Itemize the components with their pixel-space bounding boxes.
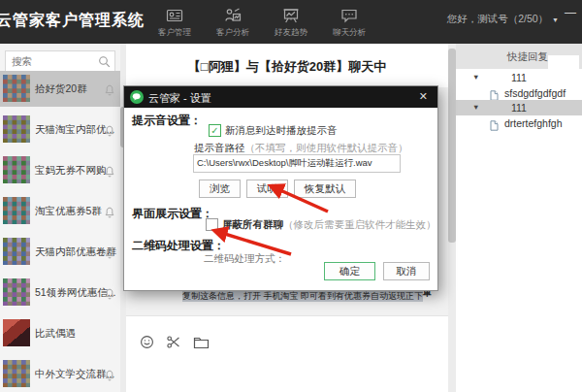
account-label: 您好，测试号（2/50） [447,13,548,26]
mute-bell-icon[interactable] [104,205,115,222]
group-avatar [3,197,30,224]
sound-section-label: 提示音设置： [132,113,202,129]
browse-button[interactable]: 浏览 [199,180,241,198]
topbar-nav: 客户管理 客户分析 好友趋势 聊天分析 [146,0,378,44]
dialog-titlebar[interactable]: 云管家 - 设置 ✕ [124,86,437,108]
chat-scrollbar-thumb[interactable] [448,49,456,243]
sound-path-hint: （不填写，则使用软件默认提示音） [245,142,408,153]
quick-reply-tree: ▼ 111 sfsdgdfgdfgdf ▼ 111 drtertefghfgh [456,70,582,130]
group-avatar [3,278,30,306]
expand-triangle-icon[interactable]: ▼ [472,73,479,82]
sound-checkbox-label: 新消息到达时播放提示音 [225,124,338,138]
chevron-down-icon: ▼ [552,16,559,23]
topbar-nav-item[interactable]: 聊天分析 [320,0,378,44]
settings-dialog: 云管家 - 设置 ✕ 提示音设置： 新消息到达时播放提示音 提示音路径（不填写，… [123,85,438,291]
chat-list-item[interactable]: 拾好货20群 [0,71,120,107]
chat-name: 中外文学交流群... [35,368,114,381]
chat-list-item[interactable]: 中外文学交流群... [0,356,120,392]
group-avatar [3,238,30,265]
sound-path-label: 提示音路径（不填写，则使用软件默认提示音） [194,142,408,155]
restore-default-button[interactable]: 恢复默认 [294,180,356,198]
topbar-nav-item[interactable]: 好友趋势 [262,0,320,44]
app-logo-icon [130,90,144,108]
chat-list-item[interactable]: 比武偶遇 [0,315,120,351]
customer-analysis-icon [223,6,242,25]
search-input[interactable] [6,55,97,67]
quick-reply-group-label: 111 [511,102,527,114]
friend-trend-icon [281,6,301,25]
sound-path-input[interactable] [193,154,401,173]
display-section-label: 界面展示设置： [132,206,213,222]
chat-header-title: 【□阿狸】与【拾好货20群】聊天中 [126,58,448,76]
group-avatar [3,156,30,183]
quick-reply-group-label: 111 [511,72,527,83]
file-folder-icon[interactable] [193,335,210,349]
chat-list-item[interactable]: 天猫内部优惠卷群 [0,234,120,270]
quick-reply-header-notch [548,55,579,69]
message-input-area[interactable] [126,315,448,392]
chat-list-item[interactable]: 宝妈无券不网购 [0,152,120,188]
sound-checkbox[interactable] [209,124,221,137]
selected-message[interactable]: 复制这条信息，打开 手机淘宝 即可看到有优惠券自动返现正下单 [182,290,432,303]
quick-reply-panel: 快捷回复 ▼ 111 sfsdgdfgdfgdf ▼ 111 drtertefg… [456,44,582,392]
search-icon[interactable] [98,55,111,68]
chat-analysis-icon [340,6,359,25]
search-box [5,50,115,72]
chat-name: 宝妈无券不网购 [35,164,107,178]
dialog-title: 云管家 - 设置 [148,91,211,106]
screenshot-scissors-icon[interactable] [166,335,181,349]
input-toolbar [140,335,210,349]
quick-reply-header[interactable]: 快捷回复 [456,44,582,69]
chat-name: 天猫淘宝内部优... [35,123,114,137]
chat-name: 拾好货20群 [35,82,87,96]
topbar-nav-label: 好友趋势 [275,27,307,39]
account-menu[interactable]: 您好，测试号（2/50） ▼ [447,13,559,26]
hide-groups-checkbox[interactable] [206,218,218,231]
quick-reply-item-label: drtertefghfgh [504,117,563,129]
chat-header: 【□阿狸】与【拾好货20群】聊天中 [126,44,448,87]
quick-reply-tab[interactable]: 快捷回复 [507,50,548,64]
cancel-button[interactable]: 取消 [383,262,430,280]
quick-reply-group[interactable]: ▼ 111 [456,100,582,115]
customer-manage-icon [165,6,184,25]
group-avatar [3,75,30,102]
chat-scrollbar[interactable] [448,44,456,392]
group-avatar [3,360,30,387]
chat-name: 淘宝优惠券5群 [35,205,102,218]
play-test-button[interactable]: 试听 [246,180,288,198]
mute-bell-icon[interactable] [104,245,115,263]
document-icon [490,117,499,135]
mute-bell-icon[interactable] [104,286,115,304]
chat-list-item[interactable]: 淘宝优惠券5群 [0,193,120,229]
chat-list-item[interactable]: 51领券网优惠信... [0,275,120,310]
qrcode-mode-label: 二维码处理方式： [204,252,285,266]
topbar-nav-label: 客户管理 [158,27,191,39]
topbar-nav-item[interactable]: 客户分析 [204,0,262,44]
chat-name: 比武偶遇 [35,327,76,341]
mute-bell-icon[interactable] [104,82,115,100]
quick-reply-item-label: sfsdgdfgdfgdf [504,87,566,99]
quick-reply-group[interactable]: ▼ 111 [456,70,582,85]
minimize-button[interactable]: — [565,6,576,19]
app-title: 云管家客户管理系统 [0,11,145,31]
quick-reply-item[interactable]: sfsdgdfgdfgdf [456,85,582,101]
close-icon[interactable]: ✕ [419,90,428,103]
expand-triangle-icon[interactable]: ▼ [472,103,479,112]
topbar-nav-item[interactable]: 客户管理 [146,0,204,44]
quick-reply-item[interactable]: drtertefghfgh [456,115,582,131]
topbar-nav-label: 聊天分析 [333,27,366,39]
ok-button[interactable]: 确定 [324,262,375,280]
group-avatar [3,319,30,346]
emoji-icon[interactable] [140,335,154,349]
hide-groups-label: 屏蔽所有群聊（修改后需要重启软件才能生效） [222,218,436,232]
mute-bell-icon[interactable] [104,368,115,385]
mute-bell-icon[interactable] [104,123,115,141]
chat-list-item[interactable]: 天猫淘宝内部优... [0,112,120,147]
chat-list: 拾好货20群 天猫淘宝内部优... 宝妈无券不网购 淘宝优惠券5群 天猫内部优惠… [0,71,120,392]
hide-groups-hint: （修改后需要重启软件才能生效） [283,218,436,230]
selected-message-text: 复制这条信息，打开 手机淘宝 即可看到有优惠券自动返现正下 [182,290,423,302]
group-avatar [3,115,30,143]
mute-bell-icon[interactable] [104,164,115,181]
topbar: 云管家客户管理系统 客户管理 客户分析 好友趋势 [0,0,582,44]
chat-sidebar: 拾好货20群 天猫淘宝内部优... 宝妈无券不网购 淘宝优惠券5群 天猫内部优惠… [0,44,126,392]
